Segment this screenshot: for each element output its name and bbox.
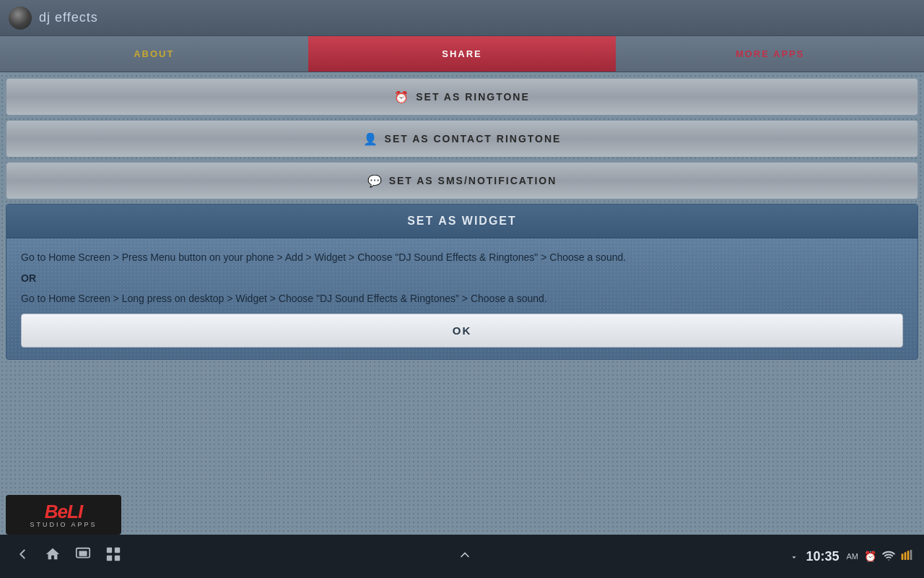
widget-title-bar: SET AS WIDGET bbox=[6, 204, 918, 238]
contact-icon bbox=[363, 132, 379, 146]
svg-rect-9 bbox=[907, 551, 910, 560]
status-ampm: AM bbox=[847, 552, 859, 561]
alarm-icon: ⏰ bbox=[864, 551, 876, 562]
ok-button[interactable]: OK bbox=[21, 314, 903, 348]
bottom-nav-left bbox=[0, 546, 320, 566]
logo-studio-text: STUDIO APPS bbox=[30, 521, 97, 528]
widget-instruction-2: Go to Home Screen > Long press on deskto… bbox=[21, 291, 903, 306]
widget-instruction-1: Go to Home Screen > Press Menu button on… bbox=[21, 250, 903, 265]
nav-bar: ABOUT SHARE MORE APPS bbox=[0, 36, 924, 72]
set-contact-ringtone-button[interactable]: SET AS CONTACT RINGTONE bbox=[6, 120, 918, 158]
grid-icon[interactable] bbox=[105, 546, 121, 566]
widget-body: Go to Home Screen > Press Menu button on… bbox=[6, 238, 918, 359]
nav-more-apps[interactable]: MORE APPS bbox=[616, 36, 924, 72]
svg-rect-1 bbox=[79, 551, 87, 556]
widget-title: SET AS WIDGET bbox=[407, 215, 517, 227]
svg-rect-4 bbox=[107, 556, 112, 561]
widget-or: OR bbox=[21, 272, 903, 284]
status-time: 10:35 bbox=[806, 549, 839, 564]
ringtone-icon bbox=[394, 90, 410, 104]
chevron-up-icon[interactable] bbox=[458, 548, 472, 565]
usb-icon bbox=[788, 550, 800, 564]
svg-rect-2 bbox=[107, 548, 112, 553]
app-logo bbox=[9, 7, 32, 30]
app-title: dj effects bbox=[39, 10, 98, 25]
svg-rect-7 bbox=[902, 553, 904, 560]
set-ringtone-button[interactable]: SET AS RINGTONE bbox=[6, 78, 918, 116]
bottom-nav: 10:35 AM ⏰ bbox=[0, 535, 924, 578]
svg-point-6 bbox=[888, 559, 889, 561]
logo-beli-text: BeLI bbox=[45, 502, 82, 521]
set-contact-ringtone-label: SET AS CONTACT RINGTONE bbox=[385, 133, 562, 144]
header-bar: dj effects bbox=[0, 0, 924, 36]
nav-about[interactable]: ABOUT bbox=[0, 36, 308, 72]
recents-icon[interactable] bbox=[75, 546, 91, 566]
bottom-nav-right: 10:35 AM ⏰ bbox=[610, 549, 924, 564]
widget-dialog: SET AS WIDGET Go to Home Screen > Press … bbox=[6, 204, 918, 360]
signal-icon bbox=[901, 550, 912, 564]
set-sms-button[interactable]: SET AS SMS/NOTIFICATION bbox=[6, 162, 918, 199]
main-content: SET AS RINGTONE SET AS CONTACT RINGTONE … bbox=[0, 72, 924, 366]
svg-rect-3 bbox=[115, 548, 120, 553]
set-sms-label: SET AS SMS/NOTIFICATION bbox=[389, 175, 557, 186]
beli-logo: BeLI STUDIO APPS bbox=[6, 495, 121, 535]
wifi-icon bbox=[882, 549, 895, 564]
home-icon[interactable] bbox=[45, 546, 61, 566]
svg-rect-8 bbox=[905, 552, 907, 560]
bottom-nav-center bbox=[320, 548, 611, 565]
svg-rect-5 bbox=[115, 556, 120, 561]
logo-area: BeLI STUDIO APPS bbox=[6, 495, 121, 535]
svg-rect-10 bbox=[910, 550, 912, 560]
set-ringtone-label: SET AS RINGTONE bbox=[416, 91, 530, 103]
back-icon[interactable] bbox=[14, 546, 30, 566]
sms-icon bbox=[367, 174, 383, 188]
nav-share[interactable]: SHARE bbox=[308, 36, 616, 72]
